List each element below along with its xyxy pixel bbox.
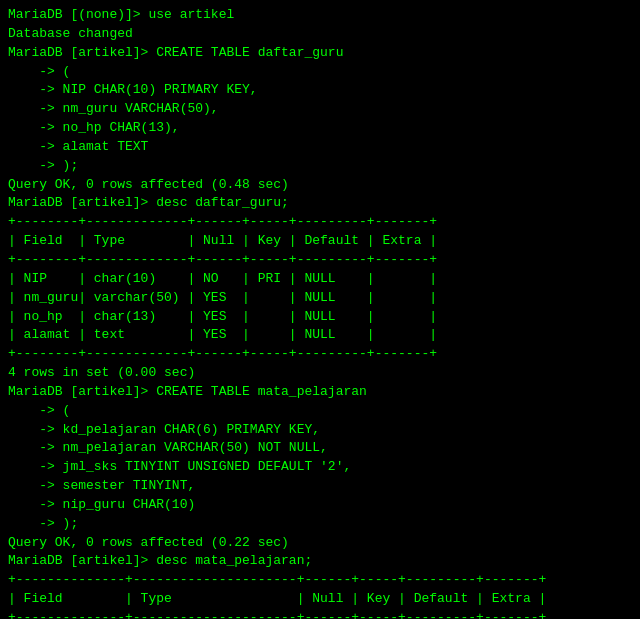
terminal-line: -> nip_guru CHAR(10) <box>8 496 632 515</box>
terminal-line: Query OK, 0 rows affected (0.48 sec) <box>8 176 632 195</box>
terminal-line: MariaDB [artikel]> CREATE TABLE mata_pel… <box>8 383 632 402</box>
terminal-line: -> kd_pelajaran CHAR(6) PRIMARY KEY, <box>8 421 632 440</box>
terminal-output: MariaDB [(none)]> use artikelDatabase ch… <box>8 6 632 619</box>
terminal-line: +--------+-------------+------+-----+---… <box>8 251 632 270</box>
terminal-line: -> no_hp CHAR(13), <box>8 119 632 138</box>
terminal-line: | alamat | text | YES | | NULL | | <box>8 326 632 345</box>
terminal-line: MariaDB [(none)]> use artikel <box>8 6 632 25</box>
terminal-line: +--------------+---------------------+--… <box>8 571 632 590</box>
terminal-line: -> ); <box>8 515 632 534</box>
terminal-line: +--------------+---------------------+--… <box>8 609 632 619</box>
terminal-window: MariaDB [(none)]> use artikelDatabase ch… <box>8 6 632 613</box>
terminal-line: -> ( <box>8 402 632 421</box>
terminal-line: -> semester TINYINT, <box>8 477 632 496</box>
terminal-line: | NIP | char(10) | NO | PRI | NULL | | <box>8 270 632 289</box>
terminal-line: +--------+-------------+------+-----+---… <box>8 345 632 364</box>
terminal-line: +--------+-------------+------+-----+---… <box>8 213 632 232</box>
terminal-line: Query OK, 0 rows affected (0.22 sec) <box>8 534 632 553</box>
terminal-line: MariaDB [artikel]> CREATE TABLE daftar_g… <box>8 44 632 63</box>
terminal-line: | no_hp | char(13) | YES | | NULL | | <box>8 308 632 327</box>
terminal-line: -> ); <box>8 157 632 176</box>
terminal-line: -> NIP CHAR(10) PRIMARY KEY, <box>8 81 632 100</box>
terminal-line: 4 rows in set (0.00 sec) <box>8 364 632 383</box>
terminal-line: -> nm_pelajaran VARCHAR(50) NOT NULL, <box>8 439 632 458</box>
terminal-line: -> jml_sks TINYINT UNSIGNED DEFAULT '2', <box>8 458 632 477</box>
terminal-line: -> alamat TEXT <box>8 138 632 157</box>
terminal-line: Database changed <box>8 25 632 44</box>
terminal-line: -> ( <box>8 63 632 82</box>
terminal-line: | Field | Type | Null | Key | Default | … <box>8 590 632 609</box>
terminal-line: MariaDB [artikel]> desc mata_pelajaran; <box>8 552 632 571</box>
terminal-line: MariaDB [artikel]> desc daftar_guru; <box>8 194 632 213</box>
terminal-line: -> nm_guru VARCHAR(50), <box>8 100 632 119</box>
terminal-line: | nm_guru| varchar(50) | YES | | NULL | … <box>8 289 632 308</box>
terminal-line: | Field | Type | Null | Key | Default | … <box>8 232 632 251</box>
